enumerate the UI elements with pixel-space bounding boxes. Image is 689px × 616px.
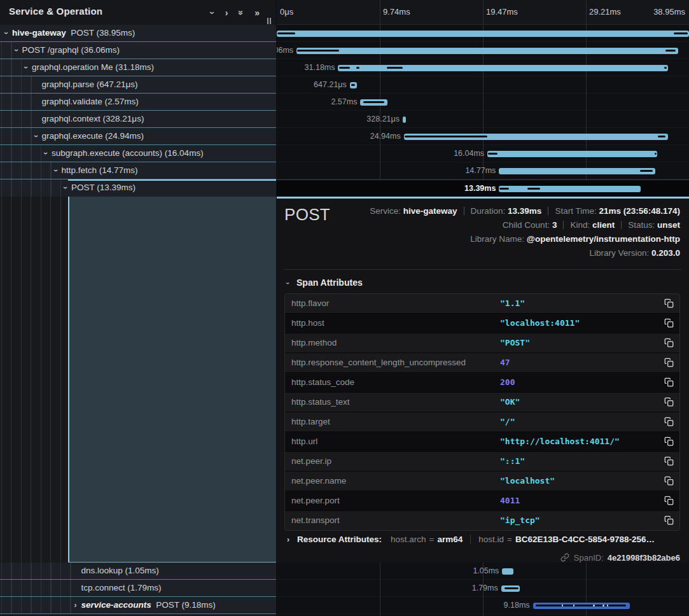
chevron-down-icon[interactable]: › <box>208 11 217 14</box>
span-row[interactable]: ›subgraph.execute (accounts) (16.04ms) <box>0 145 276 162</box>
duration-bar-row[interactable]: 14.77ms <box>277 162 689 179</box>
span-row[interactable]: ›service-accounts POST (9.18ms) <box>0 597 276 614</box>
span-bar[interactable] <box>487 151 657 157</box>
copy-icon[interactable] <box>664 338 674 347</box>
span-row[interactable]: ›POST (13.39ms) <box>0 179 276 197</box>
span-bar[interactable] <box>533 603 630 609</box>
attribute-value: 47 <box>500 353 510 372</box>
child-span-mark <box>562 605 563 606</box>
copy-icon[interactable] <box>664 397 674 407</box>
tree-header-controls: ››»» <box>211 0 260 25</box>
attribute-key: http.host <box>291 314 324 333</box>
operation-name: graphql.validate (2.57ms) <box>42 97 139 106</box>
span-bar[interactable] <box>360 99 387 106</box>
duration-bar-row[interactable]: 647.21μs <box>277 76 689 94</box>
span-bar[interactable] <box>404 134 668 140</box>
selected-row-highlight <box>68 179 276 181</box>
copy-icon[interactable] <box>664 515 674 525</box>
attribute-row: net.peer.name"localhost" <box>285 471 679 491</box>
span-row[interactable]: ›graphql.execute (24.94ms) <box>0 128 276 145</box>
duration-label: 24.94ms <box>370 128 401 144</box>
double-chevron-right-icon[interactable]: » <box>254 8 260 17</box>
span-row[interactable]: tcp.connect (1.79ms) <box>0 580 276 597</box>
attribute-key: http.method <box>291 333 337 353</box>
copy-icon[interactable] <box>664 476 674 486</box>
span-row[interactable]: graphql.context (328.21μs) <box>0 111 276 128</box>
attribute-value: 200 <box>500 373 515 392</box>
span-bar[interactable] <box>350 82 357 88</box>
duration-bar-row[interactable]: 9.18ms <box>277 597 689 614</box>
copy-icon[interactable] <box>664 318 674 328</box>
span-id-value: 4e21998f3b82abe6 <box>608 553 680 563</box>
duration-label: 1.79ms <box>472 580 498 596</box>
duration-bar-row[interactable]: 2.57ms <box>277 94 689 111</box>
child-span-mark <box>640 170 653 172</box>
span-row[interactable]: graphql.validate (2.57ms) <box>0 94 276 111</box>
span-id-label: SpanID: <box>574 553 604 563</box>
meta-line: Library Version: 0.203.0 <box>370 246 680 260</box>
duration-label: 2.57ms <box>331 94 357 110</box>
operation-name: dns.lookup (1.05ms) <box>81 566 159 575</box>
span-row[interactable]: ›POST /graphql (36.06ms) <box>0 42 276 59</box>
resource-key: host.id <box>478 535 504 544</box>
meta-label: Service: <box>370 206 403 216</box>
duration-bar-row[interactable]: 38.95ms <box>277 25 689 42</box>
span-bar[interactable] <box>296 48 678 54</box>
span-label: graphql.validate (2.57ms) <box>0 94 276 110</box>
divider <box>464 207 464 215</box>
panel-resize-grip[interactable] <box>267 18 272 24</box>
span-row[interactable]: ›http.fetch (14.77ms) <box>0 162 276 179</box>
double-chevron-down-icon[interactable]: » <box>237 10 246 15</box>
span-row[interactable]: dns.lookup (1.05ms) <box>0 563 276 580</box>
resource-attributes-row[interactable]: ›Resource Attributes:host.arch=arm64host… <box>284 534 680 545</box>
span-label: graphql.operation Me (31.18ms) <box>0 59 276 76</box>
attribute-value: "POST" <box>500 333 530 353</box>
divider <box>621 221 622 229</box>
copy-icon[interactable] <box>664 298 674 308</box>
duration-bar-row[interactable]: 24.94ms <box>277 128 689 145</box>
child-span-mark <box>665 50 676 52</box>
span-bar[interactable] <box>338 65 668 71</box>
operation-name: graphql.operation Me (31.18ms) <box>32 62 154 72</box>
span-bar[interactable] <box>501 585 520 592</box>
duration-bar-row[interactable]: 13.39ms <box>277 179 689 197</box>
copy-icon[interactable] <box>664 456 674 466</box>
attribute-value: "localhost:4011" <box>500 314 580 333</box>
span-bar[interactable] <box>499 168 655 174</box>
duration-bar-row[interactable]: 31.18ms <box>277 59 689 76</box>
link-icon[interactable] <box>560 553 569 563</box>
child-span-mark <box>658 136 665 137</box>
attribute-key: http.target <box>291 412 330 431</box>
span-bar[interactable] <box>403 116 406 123</box>
duration-bar-row[interactable]: 1.05ms <box>277 563 689 580</box>
operation-name: http.fetch (14.77ms) <box>62 165 138 175</box>
span-row[interactable]: ›hive-gateway POST (38.95ms) <box>0 25 276 42</box>
attribute-key: net.peer.name <box>291 472 346 491</box>
span-attributes-header[interactable]: ›Span Attributes <box>284 277 363 288</box>
span-bar[interactable] <box>499 186 641 192</box>
divider <box>548 207 548 215</box>
copy-icon[interactable] <box>664 437 674 446</box>
span-row[interactable]: ›graphql.operation Me (31.18ms) <box>0 59 276 76</box>
copy-icon[interactable] <box>664 496 674 505</box>
copy-icon[interactable] <box>664 417 674 426</box>
span-detail-meta: Service: hive-gatewayDuration: 13.39msSt… <box>370 204 680 260</box>
copy-icon[interactable] <box>664 358 674 367</box>
span-bar[interactable] <box>502 568 513 575</box>
attribute-value: "OK" <box>500 393 520 412</box>
span-label: tcp.connect (1.79ms) <box>0 580 276 596</box>
chevron-right-icon[interactable]: › <box>225 8 228 17</box>
copy-icon[interactable] <box>664 377 674 387</box>
child-span-mark <box>277 32 295 34</box>
attribute-key: http.flavor <box>291 294 329 313</box>
span-row[interactable]: graphql.parse (647.21μs) <box>0 76 276 94</box>
child-span-mark <box>405 136 487 137</box>
meta-line: Child Count: 3Kind: clientStatus: unset <box>370 218 680 232</box>
duration-bar-row[interactable]: 36.06ms <box>277 42 689 59</box>
span-detail-panel: POST Service: hive-gatewayDuration: 13.3… <box>277 197 689 563</box>
duration-bar-row[interactable]: 1.79ms <box>277 580 689 597</box>
duration-bar-row[interactable]: 16.04ms <box>277 145 689 162</box>
duration-bar-row[interactable]: 328.21μs <box>277 111 689 128</box>
span-bar[interactable] <box>277 31 689 37</box>
operation-name: tcp.connect (1.79ms) <box>81 583 162 592</box>
